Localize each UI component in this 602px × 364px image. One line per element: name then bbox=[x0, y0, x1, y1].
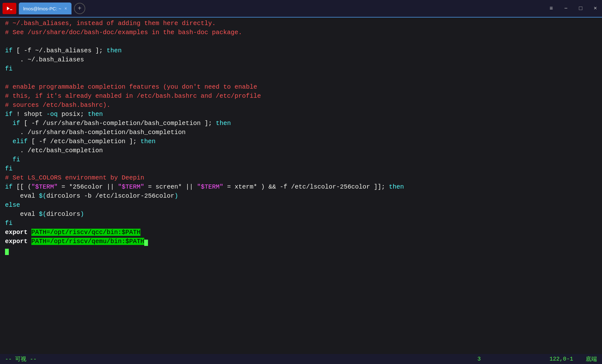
code-line: # Set LS_COLORS environment by Deepin bbox=[0, 173, 602, 182]
menu-button[interactable]: ≡ bbox=[547, 4, 556, 13]
close-button[interactable]: × bbox=[591, 4, 599, 13]
terminal-content[interactable]: # ~/.bash_aliases, instead of adding the… bbox=[0, 18, 602, 354]
svg-marker-0 bbox=[7, 7, 10, 10]
maximize-button[interactable]: □ bbox=[576, 4, 585, 13]
code-line bbox=[0, 37, 602, 46]
code-line: # this, if it's already enabled in /etc/… bbox=[0, 91, 602, 101]
code-line bbox=[0, 246, 602, 255]
tab-label: lmos@lmos-PC: ~ bbox=[23, 6, 61, 11]
code-line: export PATH=/opt/riscv/qcc/bin:$PATH bbox=[0, 228, 602, 237]
code-line: else bbox=[0, 200, 602, 210]
code-line: # sources /etc/bash.bashrc). bbox=[0, 101, 602, 110]
code-line: fi bbox=[0, 219, 602, 228]
code-line: . /etc/bash_completion bbox=[0, 146, 602, 155]
code-line: elif [ -f /etc/bash_completion ]; then bbox=[0, 137, 602, 146]
code-line: . /usr/share/bash-completion/bash_comple… bbox=[0, 128, 602, 137]
code-line: fi bbox=[0, 64, 602, 73]
window-controls: ≡ − □ × bbox=[547, 4, 599, 13]
code-line: # See /usr/share/doc/bash-doc/examples i… bbox=[0, 28, 602, 37]
code-line: if [[ ("$TERM" = *256color || "$TERM" = … bbox=[0, 182, 602, 191]
code-line: if [ -f ~/.bash_aliases ]; then bbox=[0, 46, 602, 55]
new-tab-button[interactable]: + bbox=[74, 3, 85, 14]
titlebar: lmos@lmos-PC: ~ × + ≡ − □ × bbox=[0, 0, 602, 18]
code-line bbox=[0, 73, 602, 82]
code-line: # enable programmable completion feature… bbox=[0, 82, 602, 91]
status-mid: 3 bbox=[448, 356, 510, 362]
minimize-button[interactable]: − bbox=[562, 4, 570, 13]
code-line: export PATH=/opt/riscv/qemu/bin:$PATH bbox=[0, 237, 602, 246]
terminal-icon[interactable] bbox=[3, 3, 16, 14]
status-position: 122,0-1 bbox=[510, 356, 573, 362]
status-end: 底端 bbox=[586, 355, 597, 363]
code-line: # ~/.bash_aliases, instead of adding the… bbox=[0, 19, 602, 28]
code-line: fi bbox=[0, 155, 602, 164]
terminal-tab[interactable]: lmos@lmos-PC: ~ × bbox=[19, 3, 71, 14]
code-line: fi bbox=[0, 164, 602, 173]
status-mode: -- 可视 -- bbox=[5, 355, 448, 363]
code-line: if ! shopt -oq posix; then bbox=[0, 110, 602, 119]
code-line: eval $(dircolors) bbox=[0, 210, 602, 219]
statusbar: -- 可视 -- 3 122,0-1 底端 bbox=[0, 354, 602, 364]
code-line: eval $(dircolors -b /etc/lscolor-256colo… bbox=[0, 191, 602, 200]
code-line: . ~/.bash_aliases bbox=[0, 55, 602, 64]
tab-close-button[interactable]: × bbox=[65, 6, 67, 11]
svg-rect-1 bbox=[10, 9, 12, 10]
code-line: if [ -f /usr/share/bash-completion/bash_… bbox=[0, 119, 602, 128]
